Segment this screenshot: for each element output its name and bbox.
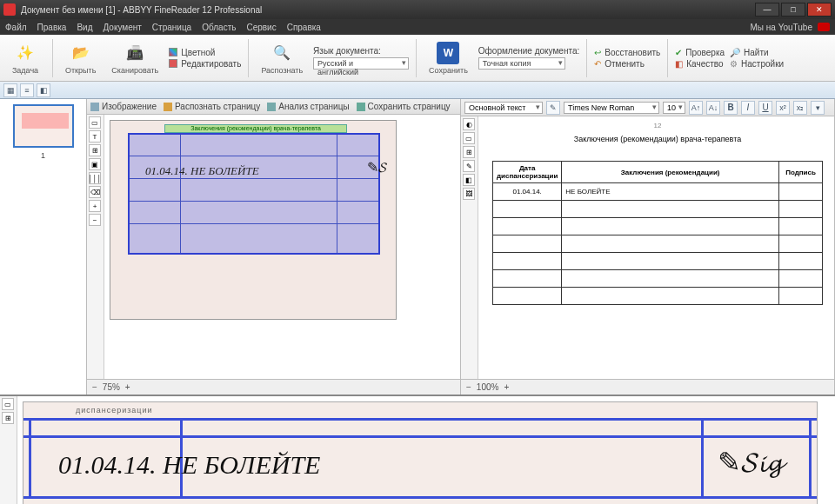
close-button[interactable]: ✕ (807, 3, 832, 17)
col-sign: Подпись (779, 162, 823, 183)
zoom-image[interactable]: диспансеризации 01.04.14. НЕ БОЛЕЙТЕ ✎𝓢𝓲… (23, 401, 818, 504)
analyze-page[interactable]: Анализ страницы (267, 102, 349, 111)
scan-button[interactable]: 📠 Сканировать (106, 40, 164, 76)
tool-barcode[interactable]: │││ (89, 172, 101, 184)
doc-page-number: 12 (484, 122, 832, 129)
save-button[interactable]: W Сохранить (424, 40, 473, 76)
t-tool-4[interactable]: ✎ (463, 160, 475, 172)
t-tool-3[interactable]: ⊞ (463, 146, 475, 158)
recognize-page[interactable]: Распознать страницу (164, 102, 260, 111)
signature: ✎𝓢 (367, 159, 387, 176)
tool-table[interactable]: ⊞ (89, 144, 101, 156)
lang-select[interactable]: Русский и английский (313, 57, 409, 70)
find-button[interactable]: 🔎Найти (730, 48, 784, 57)
z-tool-2[interactable]: ⊞ (2, 412, 14, 424)
page-thumbnail[interactable] (13, 104, 74, 148)
scanner-icon: 📠 (124, 42, 146, 64)
maximize-button[interactable]: □ (781, 3, 805, 17)
size-select[interactable]: 10 (663, 102, 685, 114)
window-title: Документ без имени [1] - ABBYY FineReade… (21, 5, 755, 15)
recognized-document[interactable]: 12 Заключения (рекомендации) врача-терап… (484, 122, 832, 348)
quality-button[interactable]: ◧Качество (675, 59, 725, 69)
app-icon (3, 3, 16, 16)
qb-prop[interactable]: ◧ (37, 83, 50, 97)
z-tool-1[interactable]: ▭ (2, 398, 14, 410)
menu-edit[interactable]: Правка (37, 23, 67, 32)
undo-button[interactable]: ↶Отменить (594, 59, 660, 69)
table-area-overlay[interactable]: Заключения (рекомендации) врача-терапевт… (128, 133, 380, 255)
thumbnail-panel: 1 (0, 99, 87, 395)
edit-image[interactable]: Редактировать (169, 59, 241, 69)
image-pane-title: Изображение (102, 102, 157, 111)
save-page[interactable]: Сохранить страницу (357, 102, 451, 111)
text-pane: Основной текст ✎ Times New Roman 10 A↑ A… (461, 99, 835, 395)
color-icon (169, 48, 177, 56)
col-date: Дата диспансеризации (493, 162, 562, 183)
zoom-handwriting: 01.04.14. НЕ БОЛЕЙТЕ (58, 450, 320, 480)
menu-view[interactable]: Вид (77, 23, 92, 32)
doc-table[interactable]: Дата диспансеризации Заключения (рекомен… (492, 161, 823, 305)
subscript-button[interactable]: x₂ (793, 101, 807, 115)
task-button[interactable]: ✨ Задача (5, 40, 45, 76)
style-select[interactable]: Основной текст (464, 102, 543, 114)
t-tool-2[interactable]: ▭ (463, 132, 475, 144)
open-button[interactable]: 📂 Открыть (60, 40, 101, 76)
tool-pointer[interactable]: ▭ (89, 116, 101, 129)
font-select[interactable]: Times New Roman (564, 102, 659, 114)
shrink-font[interactable]: A↓ (706, 101, 720, 115)
cell-date[interactable]: 01.04.14. (493, 183, 562, 201)
grow-font[interactable]: A↑ (689, 101, 703, 115)
lang-label: Язык документа: (313, 46, 381, 56)
t-tool-1[interactable]: ◐ (463, 118, 475, 130)
youtube-link[interactable]: Мы на YouTube (751, 23, 812, 32)
settings-button[interactable]: ⚙Настройки (730, 59, 784, 69)
area-header: Заключения (рекомендации) врача-терапевт… (164, 124, 347, 133)
restore-button[interactable]: ↩Восстановить (594, 48, 660, 57)
zoom-in-txt[interactable]: + (504, 382, 509, 392)
read-icon: 🔍 (271, 42, 293, 64)
col-conclusion: Заключения (рекомендации) (562, 162, 779, 183)
check-button[interactable]: ✔Проверка (675, 48, 725, 57)
underline-button[interactable]: U (758, 101, 772, 115)
tool-image[interactable]: ▣ (89, 158, 101, 170)
menu-page[interactable]: Страница (152, 23, 191, 32)
menu-service[interactable]: Сервис (246, 23, 276, 32)
wand-icon: ✨ (14, 42, 37, 64)
tool-add[interactable]: + (89, 200, 101, 212)
minimize-button[interactable]: — (755, 3, 779, 17)
edit-icon (169, 59, 177, 68)
color-mode[interactable]: Цветной (169, 48, 241, 57)
youtube-icon[interactable] (818, 23, 830, 31)
zoom-value-txt: 100% (477, 382, 499, 392)
italic-button[interactable]: I (741, 101, 755, 115)
zoom-toolbox: ▭ ⊞ (0, 396, 17, 504)
zoom-in-img[interactable]: + (125, 382, 130, 392)
zoom-out-img[interactable]: − (92, 382, 97, 392)
layout-label: Оформление документа: (478, 46, 579, 56)
more-format[interactable]: ▾ (811, 101, 825, 115)
cell-sign[interactable] (779, 183, 823, 201)
qb-thumb[interactable]: ▦ (3, 83, 17, 97)
doc-title: Заключения (рекомендации) врача-терапевт… (484, 135, 832, 143)
image-toolbox: ▭ T ⊞ ▣ │││ ⌫ + − (87, 115, 104, 379)
menu-file[interactable]: Файл (5, 23, 27, 32)
tool-eraser[interactable]: ⌫ (89, 186, 101, 198)
bold-button[interactable]: B (724, 101, 738, 115)
t-tool-6[interactable]: 🖼 (463, 188, 475, 200)
handwriting: 01.04.14. НЕ БОЛЕЙТЕ (145, 164, 259, 178)
t-tool-5[interactable]: ◧ (463, 174, 475, 186)
zoom-out-txt[interactable]: − (466, 382, 471, 392)
menu-document[interactable]: Документ (103, 23, 141, 32)
tool-text[interactable]: T (89, 130, 101, 143)
cell-text[interactable]: НЕ БОЛЕЙТЕ (562, 183, 779, 201)
tool-del[interactable]: − (89, 214, 101, 226)
style-edit-icon[interactable]: ✎ (546, 101, 560, 115)
superscript-button[interactable]: x² (776, 101, 790, 115)
zoom-value-img: 75% (103, 382, 120, 392)
scanned-image[interactable]: Заключения (рекомендации) врача-терапевт… (110, 120, 397, 320)
layout-select[interactable]: Точная копия (478, 57, 565, 70)
read-button[interactable]: 🔍 Распознать (256, 40, 308, 76)
menu-help[interactable]: Справка (287, 23, 321, 32)
qb-list[interactable]: ≡ (20, 83, 34, 97)
menu-area[interactable]: Область (202, 23, 236, 32)
